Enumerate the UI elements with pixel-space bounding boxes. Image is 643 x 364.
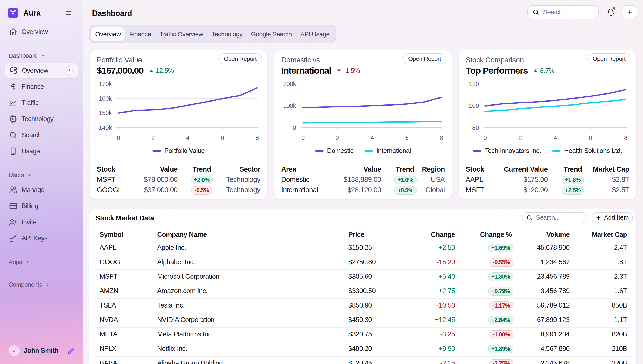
svg-text:6: 6	[221, 134, 224, 141]
svg-text:2: 2	[518, 134, 522, 141]
svg-text:0: 0	[302, 134, 305, 141]
svg-text:100k: 100k	[283, 102, 296, 109]
svg-text:4: 4	[554, 134, 557, 141]
svg-text:170k: 170k	[99, 80, 112, 87]
svg-text:4: 4	[186, 134, 189, 141]
svg-text:8: 8	[440, 134, 443, 141]
svg-text:4: 4	[371, 134, 374, 141]
svg-text:6: 6	[405, 134, 408, 141]
svg-text:200k: 200k	[283, 80, 296, 87]
svg-text:6: 6	[589, 134, 592, 141]
svg-text:2: 2	[151, 134, 155, 141]
svg-text:0: 0	[483, 134, 487, 141]
svg-text:120: 120	[469, 80, 479, 87]
svg-text:2: 2	[336, 134, 339, 141]
svg-text:8: 8	[255, 134, 259, 141]
svg-text:0: 0	[117, 134, 120, 141]
svg-text:160k: 160k	[99, 95, 112, 102]
svg-text:80: 80	[472, 124, 479, 131]
svg-text:100: 100	[469, 102, 479, 109]
svg-text:150k: 150k	[99, 110, 112, 116]
svg-text:0: 0	[293, 124, 296, 131]
svg-text:8: 8	[624, 134, 627, 141]
svg-text:140k: 140k	[99, 124, 112, 131]
